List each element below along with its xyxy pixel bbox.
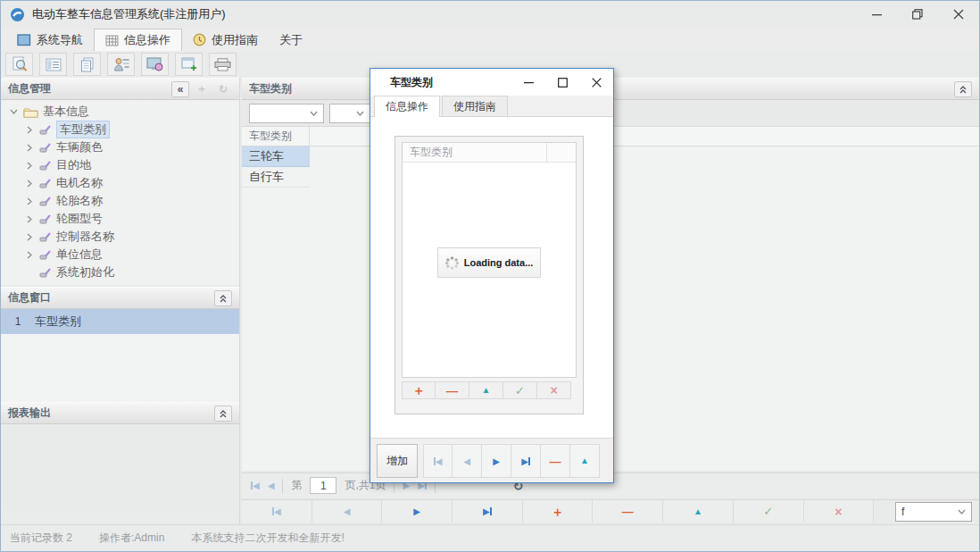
dialog-add-button[interactable]: 增加 (377, 444, 418, 478)
caret-right-icon[interactable] (24, 180, 35, 188)
collapse-up-icon[interactable] (954, 81, 972, 97)
dialog-first-button[interactable]: ◀ (423, 444, 453, 478)
preview-button[interactable] (5, 53, 33, 76)
record-cancel-button[interactable]: × (804, 500, 875, 523)
dialog-tab-user-guide[interactable]: 使用指南 (442, 96, 508, 116)
caret-right-icon[interactable] (24, 251, 35, 259)
triangle-up-icon: ▲ (580, 456, 589, 465)
add-window-button[interactable] (175, 53, 203, 76)
tree-node-vehicle-color[interactable]: 车辆颜色 (1, 138, 239, 156)
dialog-next-button[interactable]: ▶ (482, 444, 511, 478)
minus-icon: — (622, 506, 634, 517)
dialog-last-button[interactable]: ▶ (511, 444, 541, 478)
tree-node-rim-model[interactable]: 轮圈型号 (1, 210, 239, 228)
dialog-edit-row-button[interactable]: ▲ (469, 381, 503, 399)
filter-combo-1[interactable] (249, 104, 324, 123)
dialog-minimize-button[interactable] (511, 69, 545, 96)
refresh-panel-icon[interactable]: ↻ (214, 81, 232, 97)
record-count-text: 当前记录数 2 (10, 531, 72, 546)
tree-node-tire-name[interactable]: 轮胎名称 (1, 192, 239, 210)
tree-node-label: 电机名称 (56, 175, 103, 191)
dialog-grid-column-header[interactable]: 车型类别 (403, 143, 547, 162)
caret-right-icon[interactable] (24, 144, 35, 152)
record-add-button[interactable]: ＋ (523, 500, 594, 523)
tree-node-label: 基本信息 (43, 104, 89, 120)
record-next-button[interactable]: ▶ (382, 500, 453, 523)
tree-node-unit-info[interactable]: 单位信息 (1, 246, 239, 263)
chevron-down-icon (356, 111, 364, 116)
filter-field-value: f (901, 506, 958, 518)
first-page-icon[interactable]: ◀ (251, 481, 260, 490)
print-button[interactable] (209, 53, 237, 76)
filter-field-combo[interactable]: f (895, 502, 972, 522)
dialog-add-row-button[interactable]: ＋ (402, 381, 436, 399)
record-edit-button[interactable]: ▲ (663, 500, 734, 523)
dialog-edit-button[interactable]: ▲ (570, 444, 600, 478)
list-view-button[interactable] (39, 53, 67, 76)
tool-icon (39, 231, 52, 243)
tree-node-label: 轮圈型号 (56, 211, 103, 227)
record-last-button[interactable]: ▶ (453, 500, 523, 523)
next-record-icon: ▶ (493, 456, 500, 466)
menu-label: 关于 (279, 32, 303, 48)
tree-node-root[interactable]: 基本信息 (1, 103, 239, 121)
dialog-prev-button[interactable]: ◀ (453, 444, 482, 478)
dialog-confirm-button[interactable]: ✓ (503, 381, 537, 399)
dialog-delete-button[interactable]: — (541, 444, 570, 478)
menu-item-system-nav[interactable]: 系统导航 (6, 29, 94, 51)
grid-column-header[interactable]: 车型类别 (242, 127, 310, 146)
collapse-up-icon[interactable] (214, 290, 232, 306)
open-window-label: 车型类别 (35, 314, 81, 330)
add-panel-icon[interactable]: ＋ (193, 81, 211, 97)
first-record-icon: ◀ (272, 506, 281, 516)
tree-node-destination[interactable]: 目的地 (1, 156, 239, 174)
dialog-cancel-button[interactable]: × (537, 381, 571, 399)
caret-down-icon[interactable] (8, 109, 19, 114)
tree-node-vehicle-type[interactable]: 车型类别 (1, 121, 239, 138)
dialog-maximize-button[interactable] (545, 69, 579, 96)
page-number-input[interactable] (310, 477, 336, 494)
tree-node-motor-name[interactable]: 电机名称 (1, 174, 239, 192)
last-record-icon: ▶ (483, 506, 492, 516)
dialog-tab-info-ops[interactable]: 信息操作 (374, 96, 440, 117)
user-settings-button[interactable] (107, 53, 135, 76)
tool-icon (39, 124, 52, 136)
tool-icon (39, 196, 52, 207)
open-window-item[interactable]: 1 车型类别 (1, 309, 239, 334)
collapse-left-icon[interactable]: « (171, 81, 189, 97)
record-first-button[interactable]: ◀ (242, 500, 312, 523)
caret-right-icon[interactable] (24, 126, 35, 134)
dialog-grid-header: 车型类别 (403, 143, 576, 163)
menu-item-user-guide[interactable]: 使用指南 (182, 29, 269, 51)
copy-button[interactable] (73, 53, 101, 76)
monitor-icon (17, 34, 31, 46)
caret-right-icon[interactable] (24, 162, 35, 170)
minus-icon: — (550, 456, 561, 467)
caret-right-icon[interactable] (24, 215, 35, 223)
caret-right-icon[interactable] (24, 197, 35, 205)
menu-item-about[interactable]: 关于 (269, 29, 313, 51)
tree-node-controller-name[interactable]: 控制器名称 (1, 228, 239, 246)
collapse-up-icon[interactable] (214, 406, 232, 422)
filter-combo-2[interactable] (329, 104, 370, 123)
restore-button[interactable] (897, 1, 938, 28)
menu-item-info-ops[interactable]: 信息操作 (94, 29, 182, 51)
caret-right-icon[interactable] (24, 233, 35, 241)
record-delete-button[interactable]: — (593, 500, 663, 523)
menu-label: 系统导航 (37, 32, 83, 48)
loading-text: Loading data... (464, 257, 534, 268)
add-window-icon (181, 57, 197, 71)
remote-view-button[interactable] (141, 53, 169, 76)
menu-label: 信息操作 (124, 32, 170, 48)
close-button[interactable] (938, 1, 979, 28)
minimize-button[interactable] (856, 1, 897, 28)
last-record-icon: ▶ (521, 456, 530, 466)
record-confirm-button[interactable]: ✓ (734, 500, 804, 523)
tool-icon (39, 267, 52, 279)
record-prev-button[interactable]: ◀ (312, 500, 383, 523)
prev-page-icon[interactable]: ◀ (268, 481, 275, 490)
dialog-delete-row-button[interactable]: — (436, 381, 469, 399)
dialog-controls (511, 69, 613, 96)
dialog-close-button[interactable] (579, 69, 613, 96)
tree-node-system-init[interactable]: 系统初始化 (1, 263, 239, 281)
